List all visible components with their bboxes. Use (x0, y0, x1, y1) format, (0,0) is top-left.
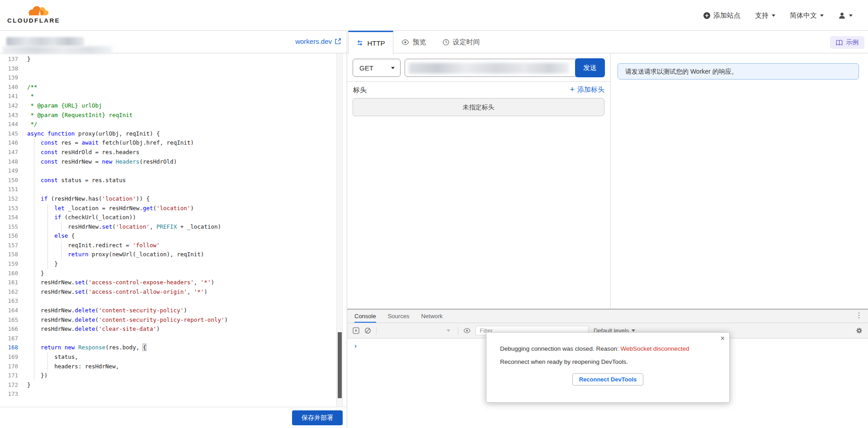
editor-topbar: workers.dev (0, 31, 347, 53)
add-header-label: 添加标头 (577, 85, 604, 94)
console-prompt[interactable]: › (354, 342, 357, 349)
line-number: 160 (0, 269, 18, 278)
line-number: 151 (0, 185, 18, 194)
editor-scrollbar[interactable] (336, 53, 343, 407)
examples-button[interactable]: 示例 (830, 36, 864, 49)
line-number: 154 (0, 213, 18, 222)
line-number: 148 (0, 157, 18, 167)
response-panel: 请发送请求以测试您的 Worker 的响应。 (611, 53, 868, 309)
no-headers-box: 未指定标头 (353, 98, 604, 116)
line-number: 170 (0, 362, 18, 372)
line-number: 152 (0, 194, 18, 204)
line-number: 143 (0, 111, 18, 120)
support-menu[interactable]: 支持 (755, 11, 775, 20)
tab-set-time[interactable]: 设定时间 (434, 31, 488, 53)
line-number: 158 (0, 250, 18, 259)
settings-gear-icon[interactable] (856, 327, 863, 334)
code-line: 149 (0, 166, 347, 176)
line-number: 144 (0, 120, 18, 129)
top-context-icon[interactable] (353, 327, 359, 334)
divider (458, 327, 458, 335)
clear-console-icon[interactable] (364, 327, 371, 334)
code-line: 152 if (resHdrNew.has('location')) { (0, 194, 347, 204)
line-number: 141 (0, 92, 18, 101)
editor-scrollbar-thumb[interactable] (338, 332, 342, 398)
code-line: 153 let _location = resHdrNew.get('locat… (0, 204, 347, 213)
live-expression-eye-icon[interactable] (463, 328, 471, 334)
line-number: 169 (0, 353, 18, 362)
code-line: 143 * @param {RequestInit} reqInit (0, 111, 347, 120)
code-line: 172} (0, 381, 347, 390)
tab-http[interactable]: HTTP (348, 31, 393, 54)
examples-label: 示例 (846, 38, 859, 47)
code-line: 169 status, (0, 353, 347, 362)
add-site-button[interactable]: 添加站点 (703, 11, 741, 20)
code-line: 147 const resHdrOld = res.headers (0, 148, 347, 157)
line-number: 137 (0, 55, 18, 64)
send-button[interactable]: 发送 (575, 58, 605, 77)
method-value: GET (359, 64, 373, 72)
line-number: 157 (0, 241, 18, 250)
tab-preview-label: 预览 (413, 38, 426, 47)
request-panel: GET 发送 标头 + 添加标头 未指定标头 (347, 53, 611, 309)
line-number: 150 (0, 176, 18, 185)
book-icon (836, 40, 843, 46)
code-line: 151 (0, 185, 347, 194)
language-menu[interactable]: 简体中文 (790, 11, 824, 20)
more-options-icon[interactable]: ⋮ (855, 311, 863, 320)
reconnect-devtools-button[interactable]: Reconnect DevTools (572, 373, 644, 386)
line-number: 145 (0, 129, 18, 139)
chevron-down-icon (447, 329, 450, 332)
line-number: 161 (0, 278, 18, 287)
code-line: 161 resHdrNew.set('access-control-expose… (0, 278, 347, 287)
tab-preview[interactable]: 预览 (393, 31, 434, 53)
http-tabbar: HTTP 预览 设定时间 示例 (347, 31, 868, 53)
code-line: 138 (0, 64, 347, 74)
plus-icon: + (570, 86, 575, 93)
add-header-link[interactable]: + 添加标头 (570, 85, 604, 94)
code-line: 141 * (0, 92, 347, 101)
workers-dev-link[interactable]: workers.dev (295, 38, 341, 45)
line-number: 149 (0, 166, 18, 176)
http-arrows-icon (356, 40, 363, 46)
chevron-down-icon (391, 67, 395, 69)
code-line: 171 }) (0, 371, 347, 381)
code-line: 159 } (0, 259, 347, 269)
cloudflare-cloud-icon (25, 2, 50, 17)
save-deploy-button[interactable]: 保存并部署 (292, 410, 343, 425)
devtools-tab-sources[interactable]: Sources (388, 310, 410, 323)
devtools-tab-console[interactable]: Console (354, 310, 376, 323)
code-line: 155 resHdrNew.set('location', PREFIX + _… (0, 222, 347, 232)
line-number: 162 (0, 287, 18, 297)
code-lines: 137}138139140/**141 *142 * @param {URL} … (0, 55, 347, 399)
devtools-dialog: × Debugging connection was closed. Reaso… (486, 332, 730, 403)
code-line: 165 resHdrNew.delete('content-security-p… (0, 315, 347, 325)
code-line: 148 const resHdrNew = new Headers(resHdr… (0, 157, 347, 167)
code-line: 160 } (0, 269, 347, 278)
line-number: 172 (0, 381, 18, 390)
context-selector[interactable] (382, 326, 453, 335)
chevron-down-icon (849, 14, 853, 17)
close-icon[interactable]: × (721, 334, 725, 343)
account-menu[interactable] (838, 12, 853, 19)
code-editor[interactable]: 137}138139140/**141 *142 * @param {URL} … (0, 53, 347, 407)
brand-text: CLOUDFLARE (7, 17, 57, 24)
code-line: 164 resHdrNew.delete('content-security-p… (0, 306, 347, 315)
tab-http-label: HTTP (367, 39, 385, 47)
dialog-line2: Reconnect when ready by reopening DevToo… (500, 358, 716, 365)
external-link-icon (335, 38, 341, 45)
line-number: 165 (0, 315, 18, 325)
code-line: 137} (0, 55, 347, 64)
workers-dev-label: workers.dev (295, 38, 332, 45)
method-select[interactable]: GET (353, 59, 401, 77)
url-input[interactable] (405, 59, 604, 77)
add-site-label: 添加站点 (713, 11, 741, 20)
divider (347, 81, 610, 82)
code-line: 173 (0, 390, 347, 399)
devtools-tab-network[interactable]: Network (421, 310, 443, 323)
code-line: 157 reqInit.redirect = 'follow' (0, 241, 347, 250)
line-number: 163 (0, 296, 18, 306)
line-number: 155 (0, 222, 18, 232)
redacted-worker-name (6, 37, 84, 46)
code-line: 162 resHdrNew.set('access-control-allow-… (0, 287, 347, 297)
